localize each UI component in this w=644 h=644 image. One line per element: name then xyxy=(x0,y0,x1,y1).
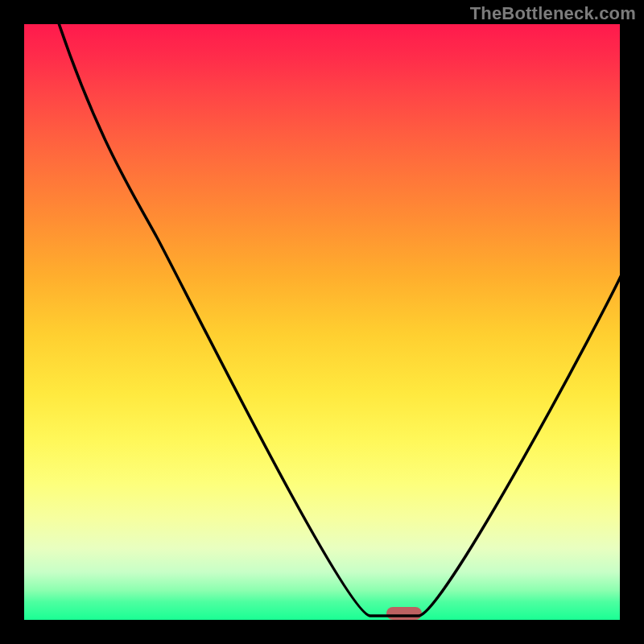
watermark-text: TheBottleneck.com xyxy=(470,3,636,24)
plot-area xyxy=(24,24,620,620)
curve-path xyxy=(56,24,620,616)
frame: TheBottleneck.com xyxy=(0,0,644,644)
bottleneck-curve xyxy=(24,24,620,620)
